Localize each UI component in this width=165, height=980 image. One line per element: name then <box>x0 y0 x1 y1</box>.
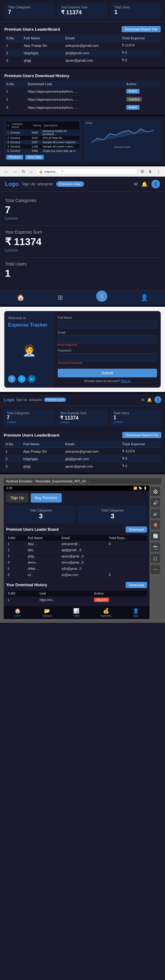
second-avatar[interactable]: 👤 <box>154 396 161 403</box>
signup-link[interactable]: Sign Up <box>22 182 35 186</box>
total-users-label: Total Users <box>114 6 157 9</box>
dl-col-sno: S.No <box>4 81 26 88</box>
active-btn[interactable]: Active <box>126 105 139 110</box>
dl-sno-cell: 1 <box>4 88 26 95</box>
browser-forward-btn[interactable]: → <box>12 169 19 175</box>
signal-icon: 📡 <box>138 487 142 490</box>
emu-lb-download-btn[interactable]: Download <box>126 527 147 533</box>
emu-nav-expenses[interactable]: 💰 Expenses <box>101 608 112 617</box>
signin-link[interactable]: Sign In <box>121 379 131 383</box>
leaderboard-title: Premium Users LeaderBoard <box>4 27 60 32</box>
browser-url-bar[interactable]: 🔒 expens... ☆ <box>35 168 138 175</box>
emulator-titlebar: Android Emulator - Resizable_Experimenta… <box>4 478 161 484</box>
emu-dl-table: S.NO Link Action 1 https://ex... DELETE <box>6 590 147 603</box>
main-content: Total Categories 7 Loreum Your Expense S… <box>0 192 165 290</box>
notification-icon[interactable]: 🔔 <box>141 181 147 187</box>
dl-col-link: Download Link <box>26 81 124 88</box>
browser-menu-btn[interactable]: ⋮ <box>155 169 162 175</box>
emu-bottom-nav: 🏠 Home 📂 Category 📊 Chart 💰 Expenses 👤 <box>4 606 149 619</box>
next-btn[interactable]: Next Data <box>25 155 44 159</box>
username-link[interactable]: ankupran <box>37 182 53 186</box>
mute-button[interactable]: 🔇 <box>151 520 160 530</box>
emu-sno-cell: 2 <box>6 547 26 554</box>
leaderboard-table-body: 1 Ajay Pratap Sin ankupran@gmail.com ₹ 1… <box>4 42 161 64</box>
second-bell-icon[interactable]: 🔔 <box>147 398 152 402</box>
avatar[interactable]: 👤 <box>151 180 160 188</box>
power-button[interactable]: ⏻ <box>151 487 160 496</box>
home-icon: 🏠 <box>17 294 24 301</box>
message-icon[interactable]: ✉ <box>134 181 138 187</box>
email-input[interactable] <box>58 335 157 343</box>
second-mail-icon[interactable]: ✉ <box>141 398 144 402</box>
browser-home-btn[interactable]: ⌂ <box>29 169 34 175</box>
social-icons: f t in <box>8 375 50 383</box>
browser-download-btn[interactable]: ⬇ <box>147 169 153 175</box>
emu-sno-cell: 5 <box>6 566 26 572</box>
emu-dl-download-btn[interactable]: Download <box>126 582 147 588</box>
browser-back-btn[interactable]: ← <box>3 169 10 175</box>
delete-btn[interactable]: DELETE <box>94 598 109 602</box>
more-button[interactable]: ⋯ <box>151 565 160 574</box>
col-sno: S.No <box>4 35 22 42</box>
browser-tabs-btn[interactable]: ⧉ <box>139 168 145 175</box>
emu-dl-body: 1 https://ex... DELETE <box>6 597 147 603</box>
users-heading: Total Users <box>5 261 160 266</box>
twitter-icon[interactable]: t <box>18 375 26 383</box>
nav-dollar[interactable]: $ <box>96 294 107 302</box>
s-col-sno: S.No <box>4 441 21 448</box>
expense-sub: Loreum <box>5 248 160 253</box>
download-report-button[interactable]: Download Report File <box>122 26 161 32</box>
password-input[interactable] <box>58 353 157 361</box>
table-row: 1 https://ex... DELETE <box>6 597 147 603</box>
email-cell: ghj@gmail.com <box>64 49 120 57</box>
emu-lb-title: Premium Users Leader Board <box>6 527 59 532</box>
emu-nav-home[interactable]: 🏠 Home <box>14 608 21 617</box>
expense-sum-card: Your Expense Sum ₹ 11374 <box>58 3 107 18</box>
emu-col-email: Email <box>60 535 107 541</box>
second-categories-card: Total Categories 7 Loreum <box>4 409 54 426</box>
linkedin-icon[interactable]: in <box>28 375 35 383</box>
active-btn[interactable]: Active <box>126 89 139 94</box>
emu-name-cell: demo... <box>26 560 60 566</box>
camera-button[interactable]: 📷 <box>151 542 160 552</box>
emulator-outer: Android Emulator - Resizable_Experimenta… <box>0 474 165 623</box>
emu-dl-title: Your Download History <box>6 583 47 587</box>
registration-card: Welcome to Expense Tracker 🧑‍💼 f t in Fu… <box>4 311 161 388</box>
emu-user-label: User <box>133 614 138 617</box>
second-signup[interactable]: Sign Up <box>16 398 27 401</box>
emu-leaderboard-table: S.NO Full Name Email Total Expe... 1 Aja… <box>6 535 147 578</box>
submit-button[interactable]: Submit <box>58 369 157 377</box>
total-users-value: 1 <box>114 9 157 16</box>
fullname-input[interactable] <box>58 320 157 328</box>
emu-signup-btn[interactable]: Sign Up <box>6 493 28 503</box>
screenshot-button[interactable]: ◻ <box>151 554 160 563</box>
second-username[interactable]: ankupran <box>29 398 42 401</box>
rotate-button[interactable]: 🔄 <box>151 531 160 541</box>
vol-up-button[interactable]: 🔊 <box>151 498 160 507</box>
nav-grid[interactable]: ⊞ <box>58 294 63 302</box>
nav-person[interactable]: 👤 <box>141 294 148 302</box>
emu-stat-box-2: Total Categories 3 <box>78 506 147 523</box>
second-download-btn[interactable]: Download Report File <box>122 432 161 438</box>
users-stat-row: Total Users 1 <box>5 261 160 279</box>
emu-nav-chart[interactable]: 📊 Chart <box>73 608 79 617</box>
vol-down-button[interactable]: 🔉 <box>151 509 160 519</box>
col-name: Full Name <box>22 35 64 42</box>
expense-value: ₹ 11374 <box>5 236 160 248</box>
emu-nav-category[interactable]: 📂 Category <box>42 608 52 617</box>
inactive-btn[interactable]: Inactive <box>126 97 142 102</box>
prev-btn[interactable]: Previous <box>6 155 23 159</box>
emu-buy-premium-btn[interactable]: Buy Premium <box>31 493 62 503</box>
total-users-card: Total Users 1 <box>111 3 161 18</box>
categories-value: 7 <box>5 204 160 216</box>
emu-nav-user[interactable]: 👤 User <box>133 608 139 617</box>
second-lb-header: Premium Users LeaderBoard Download Repor… <box>4 432 161 438</box>
chart-preview-section: # Category Name Money Description 1Groce… <box>0 116 165 164</box>
emu-sno-cell: 3 <box>6 554 26 560</box>
facebook-icon[interactable]: f <box>8 375 16 383</box>
second-stats-row: Total Categories 7 Loreum Your Expense S… <box>0 406 165 430</box>
second-app-view: Logo Sign Up ankupran Premium User ✉ 🔔 👤… <box>0 394 165 473</box>
browser-refresh-btn[interactable]: ↻ <box>21 169 27 175</box>
person-illustration: 🧑‍💼 <box>22 344 36 357</box>
nav-home[interactable]: 🏠 <box>17 294 24 302</box>
